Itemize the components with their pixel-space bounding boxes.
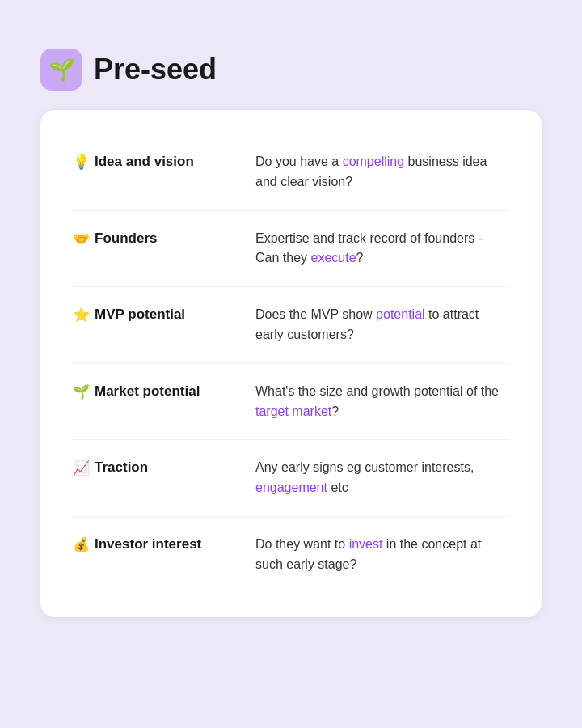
description-traction: Any early signs eg customer interests, e… bbox=[255, 458, 509, 498]
label-mvp-potential: ⭐MVP potential bbox=[73, 305, 242, 345]
label-text-investor-interest: Investor interest bbox=[95, 536, 201, 552]
page-container: 🌱 Pre-seed 💡Idea and visionDo you have a… bbox=[40, 49, 542, 617]
label-text-idea-vision: Idea and vision bbox=[95, 154, 194, 170]
label-text-traction: Traction bbox=[95, 459, 148, 476]
highlight-mvp-potential: potential bbox=[376, 307, 425, 321]
header-icon: 🌱 bbox=[40, 49, 82, 91]
label-market-potential: 🌱Market potential bbox=[73, 382, 242, 422]
label-founders: 🤝Founders bbox=[73, 229, 242, 269]
label-traction: 📈Traction bbox=[73, 458, 242, 498]
content-card: 💡Idea and visionDo you have a compelling… bbox=[40, 110, 542, 617]
highlight-market-potential: target market bbox=[255, 404, 331, 418]
label-investor-interest: 💰Investor interest bbox=[73, 535, 242, 575]
highlight-idea-vision: compelling bbox=[343, 154, 404, 168]
row-idea-vision: 💡Idea and visionDo you have a compelling… bbox=[73, 134, 509, 211]
label-text-market-potential: Market potential bbox=[95, 383, 200, 400]
description-idea-vision: Do you have a compelling business idea a… bbox=[255, 152, 509, 193]
description-founders: Expertise and track record of founders -… bbox=[255, 229, 509, 269]
emoji-investor-interest: 💰 bbox=[73, 536, 90, 553]
highlight-founders: execute bbox=[310, 251, 356, 265]
row-investor-interest: 💰Investor interestDo they want to invest… bbox=[73, 517, 509, 593]
emoji-idea-vision: 💡 bbox=[73, 154, 90, 171]
emoji-market-potential: 🌱 bbox=[73, 383, 90, 400]
highlight-investor-interest: invest bbox=[349, 537, 383, 551]
emoji-mvp-potential: ⭐ bbox=[73, 307, 90, 324]
page-header: 🌱 Pre-seed bbox=[40, 49, 542, 91]
row-market-potential: 🌱Market potentialWhat's the size and gro… bbox=[73, 364, 509, 441]
row-founders: 🤝FoundersExpertise and track record of f… bbox=[73, 211, 509, 288]
description-investor-interest: Do they want to invest in the concept at… bbox=[255, 535, 509, 575]
highlight-traction: engagement bbox=[255, 480, 327, 494]
description-mvp-potential: Does the MVP show potential to attract e… bbox=[255, 305, 509, 345]
label-text-founders: Founders bbox=[95, 231, 157, 247]
row-mvp-potential: ⭐MVP potentialDoes the MVP show potentia… bbox=[73, 287, 509, 364]
emoji-traction: 📈 bbox=[73, 459, 90, 476]
emoji-founders: 🤝 bbox=[73, 231, 90, 248]
label-idea-vision: 💡Idea and vision bbox=[73, 152, 242, 193]
label-text-mvp-potential: MVP potential bbox=[95, 307, 185, 323]
description-market-potential: What's the size and growth potential of … bbox=[255, 382, 509, 422]
page-title: Pre-seed bbox=[94, 53, 217, 87]
row-traction: 📈TractionAny early signs eg customer int… bbox=[73, 440, 509, 517]
